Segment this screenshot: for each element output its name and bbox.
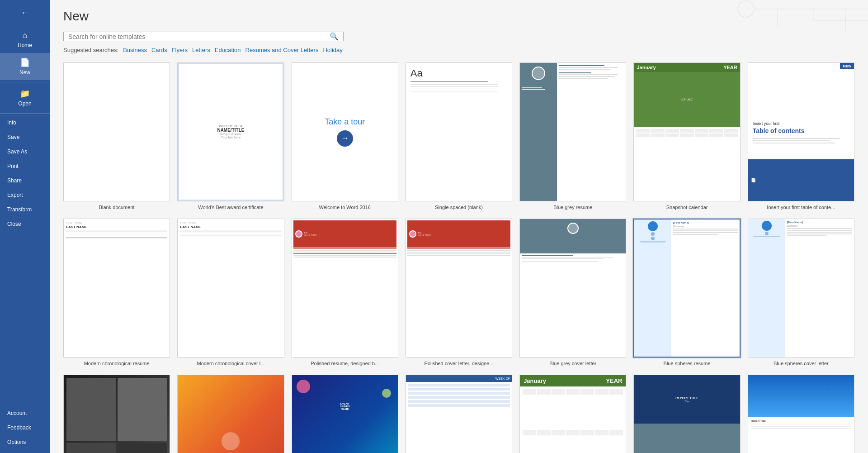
sr-body: Report Title (748, 417, 854, 453)
polcover-line2 (407, 250, 510, 251)
mcr-sm5 (66, 240, 167, 240)
template-card-blank[interactable]: Blank document (63, 62, 170, 210)
template-thumb-report: REPORT TITLE20xx (633, 375, 740, 453)
tour-visual: Take a tour → (292, 63, 398, 201)
search-input[interactable] (68, 33, 330, 40)
template-card-studentreport[interactable]: Report Title Student report with photo (748, 375, 854, 453)
sr-line1 (751, 424, 851, 424)
sidebar-item-home[interactable]: ⌂ Home (0, 26, 50, 53)
sr-title: Report Title (751, 420, 851, 422)
sidebar-item-new-label: New (19, 69, 30, 76)
suggested-link-letters[interactable]: Letters (192, 47, 210, 53)
polcover-line3 (407, 252, 510, 253)
toc-footer-text: 📄 (751, 178, 756, 182)
pol-line6 (293, 257, 396, 257)
vivid-circle1 (297, 380, 310, 393)
education-visual: Organization Name/Logo (178, 375, 283, 453)
template-card-mchronresume[interactable]: FIRST NAME LAST NAME Modern chronologica… (63, 219, 170, 367)
toc-text: Insert your first (753, 120, 780, 127)
template-card-report[interactable]: REPORT TITLE20xx Report (633, 375, 740, 453)
aptcal-row5 (408, 400, 510, 403)
sidebar-item-transform[interactable]: Transform (0, 202, 50, 217)
sidebar-item-export[interactable]: Export (0, 188, 50, 202)
bsresume-l3 (673, 234, 718, 235)
suggested-link-holiday[interactable]: Holiday (323, 47, 342, 53)
sidebar-item-open[interactable]: 📁 Open (0, 84, 50, 111)
template-card-aptcal[interactable]: WEEK OF Blue spheres appointment cal... (406, 375, 512, 453)
template-card-education[interactable]: Organization Name/Logo Education brochur… (177, 375, 284, 453)
suggested-link-flyers[interactable]: Flyers (172, 47, 188, 53)
pol-avatar (295, 230, 302, 238)
bannercal-cell (552, 389, 565, 395)
template-label-toc: Insert your first table of conte... (767, 204, 835, 210)
cal-row2 (636, 134, 738, 137)
vivid-circle2 (382, 389, 391, 398)
sidebar-item-close[interactable]: Close (0, 217, 50, 231)
suggested-link-business[interactable]: Business (123, 47, 147, 53)
template-card-snapcal[interactable]: January YEAR [photo] (633, 62, 740, 210)
mcr-sm4 (66, 238, 167, 239)
polcover-body (407, 248, 510, 356)
template-label-snapcal: Snapshot calendar (666, 204, 708, 210)
sidebar-item-info[interactable]: Info (0, 115, 50, 130)
template-card-single-spaced[interactable]: Aa Single spaced (blank) (406, 62, 512, 210)
suggested-link-resumes[interactable]: Resumes and Cover Letters (245, 47, 319, 53)
vivid-text: EVENTSERIESNAME (292, 402, 398, 410)
cal-cell (665, 134, 679, 137)
bannercal-month: January (524, 377, 546, 384)
polishedcover-visual: YN YOUR TITLE (406, 219, 512, 357)
template-card-mchroncover[interactable]: FIRST NAME LAST NAME Modern chronologica… (177, 219, 284, 367)
sidebar-item-save-as[interactable]: Save As (0, 144, 50, 159)
bannercal-cell (609, 430, 623, 435)
sidebar-item-back[interactable]: ← (0, 4, 50, 22)
template-label-mchronresume: Modern chronological resume (84, 360, 150, 367)
search-button[interactable]: 🔍 (330, 32, 339, 41)
template-card-vivid[interactable]: EVENTSERIESNAME Vivid shapes event broch… (292, 375, 398, 453)
template-label-bsresume: Blue spheres resume (664, 360, 711, 367)
sidebar-item-account[interactable]: Account (0, 406, 50, 420)
template-card-toc[interactable]: New Insert your first Table of contents … (748, 62, 854, 210)
template-card-award[interactable]: WORLD'S BEST NAME/TITLE Recipient nameYo… (177, 62, 284, 210)
template-card-polishedcover[interactable]: YN YOUR TITLE Polished cover letter, des… (406, 219, 512, 367)
pol-header: YN YOUR TITLE (293, 220, 396, 248)
sidebar-item-share[interactable]: Share (0, 173, 50, 188)
template-card-bgcoverletter[interactable]: Blue grey cover letter (519, 219, 626, 367)
cal-img-label: [photo] (681, 97, 692, 101)
pol-name-area: YN YOUR TITLE (304, 231, 317, 237)
sidebar-item-feedback[interactable]: Feedback (0, 420, 50, 435)
bannercal-cell (537, 389, 551, 395)
template-card-bgresume[interactable]: Blue grey resume (519, 62, 626, 210)
toc-new-badge: New (840, 63, 854, 69)
template-card-tour[interactable]: Take a tour → Welcome to Word 2016 (292, 62, 398, 210)
sidebar-item-new[interactable]: 📄 New (0, 53, 50, 80)
sidebar-item-options[interactable]: Options (0, 435, 50, 449)
bannercal-cell (580, 389, 594, 395)
home-icon: ⌂ (23, 31, 28, 40)
suggested-link-cards[interactable]: Cards (151, 47, 167, 53)
bgcl-line5 (522, 261, 599, 262)
polcover-line5 (407, 255, 510, 256)
template-thumb-restaurant: RESTAURANT (63, 375, 170, 453)
report-title: REPORT TITLE20xx (675, 396, 698, 403)
bgcl-body (520, 253, 626, 357)
aa-line1 (410, 81, 488, 82)
bsresume-l1 (673, 230, 738, 231)
sidebar-item-print[interactable]: Print (0, 159, 50, 173)
template-thumb-mchronresume: FIRST NAME LAST NAME (63, 219, 170, 358)
template-card-bsresume[interactable]: [First Name] [Surname] Blue spheres resu… (633, 219, 740, 367)
template-card-bscover[interactable]: [First Name] [Surname] Blue spheres cove… (748, 219, 854, 367)
bscover-l3 (787, 234, 852, 234)
mcr-cover-sm2 (180, 233, 281, 233)
template-card-polishedresume[interactable]: YN YOUR TITLE Polished resume, designed (292, 219, 398, 367)
mcr-divider (66, 230, 167, 230)
template-label-tour: Welcome to Word 2016 (319, 204, 371, 210)
report-img (634, 424, 740, 453)
template-thumb-mchroncover: FIRST NAME LAST NAME (177, 219, 284, 358)
bsresume-avatar (648, 221, 658, 231)
bannercal-cell (595, 389, 609, 395)
sidebar-item-save[interactable]: Save (0, 130, 50, 144)
suggested-link-education[interactable]: Education (215, 47, 241, 53)
template-card-bannercal[interactable]: January YEAR (519, 375, 626, 453)
template-card-restaurant[interactable]: RESTAURANT Restaurant brochure (63, 375, 170, 453)
template-thumb-bgresume (519, 62, 626, 201)
